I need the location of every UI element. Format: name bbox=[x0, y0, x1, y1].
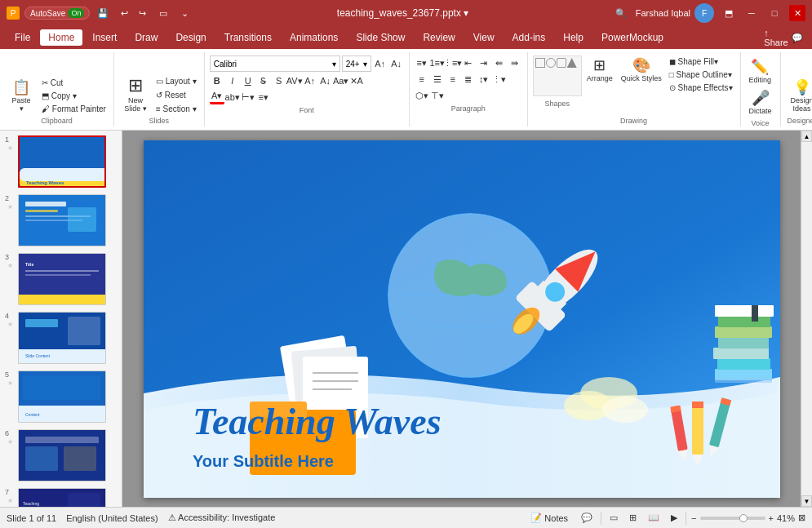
increase-indent-button[interactable]: ⇥ bbox=[477, 55, 491, 70]
share-button[interactable]: ↑ Share bbox=[768, 29, 784, 46]
notes-button[interactable]: 📝 Notes bbox=[526, 511, 573, 525]
layout-button[interactable]: ▭ Layout ▾ bbox=[153, 75, 199, 87]
decrease-font-button[interactable]: A↓ bbox=[389, 56, 404, 71]
slide-thumb-5[interactable]: 5 ★ Content bbox=[3, 369, 118, 424]
dictate-button[interactable]: 🎤 Dictate bbox=[746, 88, 775, 118]
design-ideas-button[interactable]: 💡 Design Ideas bbox=[786, 78, 812, 115]
slide-thumb-6[interactable]: 6 ★ bbox=[3, 428, 118, 483]
menu-animations[interactable]: Animations bbox=[282, 29, 346, 46]
slide-thumb-4[interactable]: 4 ★ Slide Content bbox=[3, 310, 118, 366]
convert-button[interactable]: ≡▾ bbox=[256, 90, 271, 104]
increase-font-button[interactable]: A↑ bbox=[373, 56, 388, 71]
present-button[interactable]: ▭ bbox=[155, 5, 171, 21]
menu-view[interactable]: View bbox=[465, 29, 503, 46]
fit-to-window-button[interactable]: ⊠ bbox=[798, 512, 805, 523]
italic-button[interactable]: I bbox=[225, 73, 240, 88]
underline-button[interactable]: U bbox=[241, 73, 255, 88]
align-text-button[interactable]: ⊤▾ bbox=[430, 88, 445, 103]
font-size-dn-button[interactable]: A↓ bbox=[318, 73, 333, 88]
language-indicator[interactable]: English (United States) bbox=[66, 513, 158, 523]
shapes-gallery[interactable] bbox=[533, 55, 582, 96]
char-spacing-button[interactable]: AV▾ bbox=[287, 73, 302, 88]
reset-button[interactable]: ↺ Reset bbox=[153, 89, 199, 101]
search-button[interactable]: 🔍 bbox=[613, 5, 629, 21]
format-painter-button[interactable]: 🖌 Format Painter bbox=[39, 103, 109, 115]
vertical-scrollbar[interactable]: ▲ ▼ bbox=[801, 131, 812, 507]
menu-slideshow[interactable]: Slide Show bbox=[348, 29, 413, 46]
menu-insert[interactable]: Insert bbox=[84, 29, 125, 46]
ltr-button[interactable]: ⇛ bbox=[508, 55, 522, 70]
highlight-button[interactable]: ab▾ bbox=[225, 90, 240, 104]
case-button[interactable]: Aa▾ bbox=[334, 73, 348, 88]
ribbon-display-button[interactable]: ⬒ bbox=[721, 5, 737, 21]
comments-status-button[interactable]: 💬 bbox=[578, 511, 596, 525]
menu-help[interactable]: Help bbox=[555, 29, 592, 46]
font-size-up-button[interactable]: A↑ bbox=[303, 73, 317, 88]
zoom-thumb[interactable] bbox=[739, 514, 748, 522]
slide-sorter-button[interactable]: ⊞ bbox=[626, 511, 640, 525]
align-center-button[interactable]: ☰ bbox=[430, 72, 445, 87]
editing-button[interactable]: ✏️ Editing bbox=[746, 57, 775, 87]
shape-effects-button[interactable]: ⊙ Shape Effects▾ bbox=[667, 82, 735, 94]
scroll-up-button[interactable]: ▲ bbox=[801, 131, 812, 142]
slide-thumb-2[interactable]: 2 ★ bbox=[3, 193, 118, 248]
undo-button[interactable]: ↩ bbox=[116, 5, 132, 21]
copy-button[interactable]: ⬒ Copy ▾ bbox=[39, 90, 109, 102]
menu-review[interactable]: Review bbox=[415, 29, 463, 46]
shape-fill-button[interactable]: ◼ Shape Fill▾ bbox=[667, 55, 735, 68]
shadow-button[interactable]: S bbox=[272, 73, 286, 88]
minimize-button[interactable]: ─ bbox=[743, 5, 760, 21]
save-button[interactable]: 💾 bbox=[95, 5, 111, 21]
menu-home[interactable]: Home bbox=[40, 29, 82, 46]
autosave-state[interactable]: On bbox=[68, 8, 84, 18]
zoom-in-button[interactable]: + bbox=[769, 513, 774, 523]
normal-view-button[interactable]: ▭ bbox=[606, 511, 621, 525]
menu-file[interactable]: File bbox=[7, 29, 38, 46]
reading-view-button[interactable]: 📖 bbox=[645, 511, 663, 525]
clear-format-button[interactable]: ✕A bbox=[349, 73, 364, 88]
font-size-selector[interactable]: 24+ ▾ bbox=[342, 55, 371, 72]
smart-art-button[interactable]: ⬡▾ bbox=[415, 88, 429, 103]
maximize-button[interactable]: □ bbox=[766, 5, 783, 21]
paste-button[interactable]: 📋 Paste▾ bbox=[5, 78, 38, 115]
decrease-indent-button[interactable]: ⇤ bbox=[461, 55, 476, 70]
slide-thumb-7[interactable]: 7 ★ Teaching Waves bbox=[3, 486, 118, 507]
quick-styles-button[interactable]: 🎨 Quick Styles bbox=[618, 55, 665, 85]
slide-thumb-1[interactable]: 1 ★ Teaching Waves bbox=[3, 134, 118, 189]
comments-button[interactable]: 💬 bbox=[789, 29, 805, 46]
line-spacing-button[interactable]: ↕▾ bbox=[477, 72, 491, 87]
menu-addins[interactable]: Add-ins bbox=[504, 29, 554, 46]
accessibility-status[interactable]: ⚠ Accessibility: Investigate bbox=[168, 512, 276, 523]
menu-draw[interactable]: Draw bbox=[126, 29, 166, 46]
text-direction-button[interactable]: ⊢▾ bbox=[241, 90, 255, 104]
menu-transitions[interactable]: Transitions bbox=[216, 29, 280, 46]
shape-outline-button[interactable]: □ Shape Outline▾ bbox=[667, 69, 735, 81]
slide-canvas[interactable]: Teaching Waves Your Subtitle Here bbox=[144, 140, 780, 498]
arrange-button[interactable]: ⊞ Arrange bbox=[583, 55, 616, 85]
slide-thumb-3[interactable]: 3 ★ Title bbox=[3, 251, 118, 307]
redo-button[interactable]: ↪ bbox=[134, 5, 150, 21]
numbering-button[interactable]: 1≡▾ bbox=[430, 55, 445, 70]
autosave-toggle[interactable]: AutoSave On bbox=[24, 7, 90, 20]
align-right-button[interactable]: ≡ bbox=[446, 72, 460, 87]
columns-text-button[interactable]: ⋮▾ bbox=[492, 72, 507, 87]
bullets-button[interactable]: ≡▾ bbox=[415, 55, 429, 70]
strikethrough-button[interactable]: S̶ bbox=[256, 73, 271, 88]
columns-button[interactable]: ⋮≡▾ bbox=[446, 55, 460, 70]
align-left-button[interactable]: ≡ bbox=[415, 72, 429, 87]
scroll-down-button[interactable]: ▼ bbox=[801, 495, 812, 507]
menu-powermockup[interactable]: PowerMockup bbox=[593, 29, 672, 46]
close-button[interactable]: ✕ bbox=[789, 5, 805, 21]
new-slide-button[interactable]: ⊞ New Slide ▾ bbox=[119, 73, 152, 115]
zoom-out-button[interactable]: − bbox=[691, 513, 696, 523]
font-name-selector[interactable]: Calibri ▾ bbox=[210, 55, 340, 72]
cut-button[interactable]: ✂ Cut bbox=[39, 77, 109, 89]
bold-button[interactable]: B bbox=[210, 73, 224, 88]
more-tools-button[interactable]: ⌄ bbox=[176, 5, 193, 21]
slideshow-button[interactable]: ▶ bbox=[668, 511, 681, 525]
zoom-slider[interactable] bbox=[700, 517, 765, 520]
justify-button[interactable]: ≣ bbox=[461, 72, 476, 87]
font-color-button[interactable]: A▾ bbox=[210, 90, 224, 104]
menu-design[interactable]: Design bbox=[167, 29, 214, 46]
section-button[interactable]: ≡ Section ▾ bbox=[153, 103, 199, 115]
